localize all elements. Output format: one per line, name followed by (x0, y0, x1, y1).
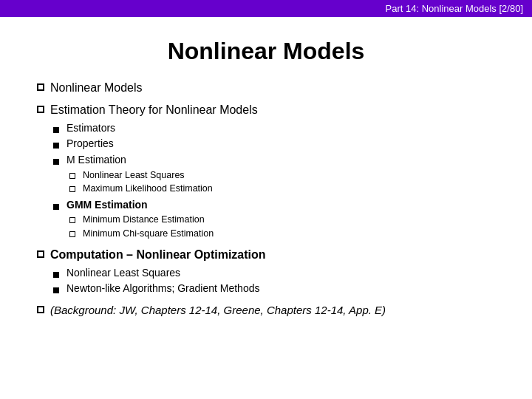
properties-text: Properties (66, 137, 114, 151)
newton-text: Newton-like Algorithms; Gradient Methods (66, 282, 259, 296)
s3-content: Computation – Nonlinear Optimization Non… (50, 247, 495, 298)
square-icon-s1 (37, 83, 44, 91)
item-mle: Maximum Likelihood Estimation (69, 183, 495, 196)
min-chi-text: Minimum Chi-square Estimation (83, 228, 214, 241)
bullet-mle (69, 183, 83, 194)
section-estimation-theory: Estimation Theory for Nonlinear Models E… (37, 102, 495, 242)
bullet-estimators (53, 123, 66, 135)
bullet-properties (53, 139, 66, 151)
item-min-chi: Minimum Chi-square Estimation (69, 228, 495, 241)
open-sq-icon-2 (69, 186, 75, 192)
nls-text: Nonlinear Least Squares (83, 169, 185, 183)
section-computation: Computation – Nonlinear Optimization Non… (37, 247, 495, 298)
bullet-gmm (53, 200, 66, 212)
section-nonlinear-models: Nonlinear Models (37, 80, 495, 96)
bullet-min-dist (69, 214, 83, 225)
m-estimation-text: M Estimation (66, 153, 495, 168)
filled-sq-icon-5 (53, 272, 59, 278)
gmm-sub-list: Minimum Distance Estimation Minimum Chi-… (69, 214, 495, 240)
bullet-nls-comp (53, 268, 66, 280)
bullet-s3 (37, 248, 50, 260)
filled-sq-icon-4 (53, 204, 59, 210)
item-nls-comp: Nonlinear Least Squares (53, 266, 495, 281)
item-newton: Newton-like Algorithms; Gradient Methods (53, 282, 495, 296)
bullet-m-estimation (53, 155, 66, 167)
item-estimators: Estimators (53, 121, 495, 136)
slide-title: Nonlinear Models (0, 38, 532, 65)
s3-sub-list: Nonlinear Least Squares Newton-like Algo… (53, 266, 495, 296)
square-icon-s3 (37, 250, 44, 258)
s2-text: Estimation Theory for Nonlinear Models (50, 102, 495, 118)
nls-comp-text: Nonlinear Least Squares (66, 266, 180, 281)
bullet-nls (69, 169, 83, 181)
min-dist-text: Minimum Distance Estimation (83, 214, 205, 227)
item-gmm-estimation: GMM Estimation Minimum Distance Estimati… (53, 198, 495, 242)
header-label: Part 14: Nonlinear Models [2/80] (386, 3, 523, 14)
header-bar: Part 14: Nonlinear Models [2/80] (0, 0, 532, 17)
s3-text: Computation – Nonlinear Optimization (50, 247, 495, 263)
bullet-s4 (37, 304, 50, 316)
estimators-text: Estimators (66, 121, 115, 136)
bullet-newton (53, 284, 66, 296)
filled-sq-icon-2 (53, 143, 59, 149)
bullet-s1 (37, 81, 50, 93)
item-properties: Properties (53, 137, 495, 151)
bullet-s2 (37, 103, 50, 115)
m-estimation-sub-list: Nonlinear Least Squares Maximum Likeliho… (69, 169, 495, 196)
s4-text: (Background: JW, Chapters 12-14, Greene,… (50, 302, 386, 318)
open-sq-icon-4 (69, 231, 75, 237)
square-icon-s4 (37, 306, 44, 313)
gmm-text: GMM Estimation (66, 198, 495, 213)
filled-sq-icon-6 (53, 287, 59, 293)
s2-sub-list: Estimators Properties (53, 121, 495, 241)
content-area: Nonlinear Models Estimation Theory for N… (0, 80, 532, 318)
bullet-min-chi (69, 228, 83, 239)
item-nls: Nonlinear Least Squares (69, 169, 495, 183)
item-min-dist: Minimum Distance Estimation (69, 214, 495, 227)
filled-sq-icon-3 (53, 159, 59, 165)
slide-container: Part 14: Nonlinear Models [2/80] Nonline… (0, 0, 532, 399)
mle-text: Maximum Likelihood Estimation (83, 183, 213, 196)
filled-sq-icon (53, 127, 59, 133)
section-background: (Background: JW, Chapters 12-14, Greene,… (37, 302, 495, 318)
s1-text: Nonlinear Models (50, 80, 143, 96)
s2-content: Estimation Theory for Nonlinear Models E… (50, 102, 495, 242)
m-estimation-content: M Estimation Nonlinear Least Squares (66, 153, 495, 197)
open-sq-icon-3 (69, 217, 75, 223)
item-m-estimation: M Estimation Nonlinear Least Squares (53, 153, 495, 197)
square-icon-s2 (37, 106, 44, 113)
gmm-content: GMM Estimation Minimum Distance Estimati… (66, 198, 495, 242)
open-sq-icon (69, 173, 75, 179)
